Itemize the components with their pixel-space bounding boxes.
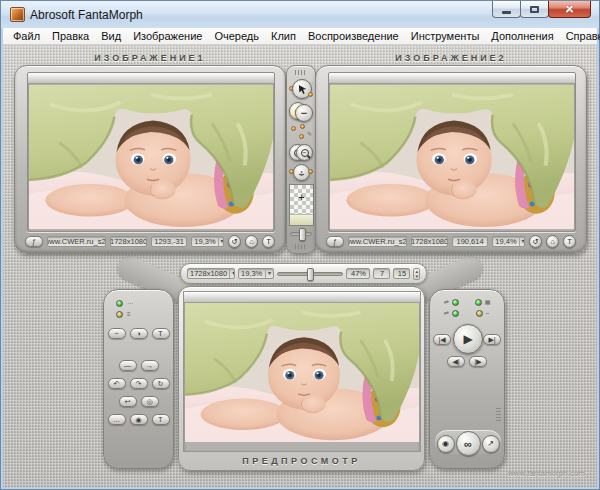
delete-point-button[interactable]: − xyxy=(295,104,313,122)
spin-down-icon[interactable]: ▾ xyxy=(415,274,418,279)
title-bar[interactable]: Abrosoft FantaMorph xyxy=(1,1,599,28)
tool-slider[interactable] xyxy=(290,232,312,236)
morph-slider-thumb[interactable] xyxy=(307,268,314,281)
image1-zoom-select[interactable]: 19,3% ▾ xyxy=(191,236,224,247)
image2-text-button[interactable]: T xyxy=(563,235,576,248)
grip-handle[interactable] xyxy=(295,70,307,75)
step-back-button[interactable]: ◀| xyxy=(447,356,465,367)
menu-sequence[interactable]: Очередь xyxy=(208,29,265,43)
first-frame-button[interactable]: |◀ xyxy=(433,334,451,345)
app-icon xyxy=(10,7,25,22)
olive-led xyxy=(116,311,123,318)
current-frame-field: 7 xyxy=(373,268,390,279)
grip-handle[interactable] xyxy=(496,408,501,421)
menu-clip[interactable]: Клип xyxy=(265,29,302,43)
rotate-left-button[interactable]: ↶ xyxy=(108,378,126,389)
dots-icon: ⋯ xyxy=(127,300,133,307)
line-tool-button[interactable]: — xyxy=(119,360,137,371)
line-tools-row: — → xyxy=(104,360,173,371)
preview-resolution-select[interactable]: 1728x1080 ▾ xyxy=(187,268,235,279)
green-led xyxy=(452,310,459,317)
label-button[interactable]: T xyxy=(152,414,170,425)
image1-title: ИЗОБРАЖЕНИЕ1 xyxy=(14,53,286,63)
loop-led: ⇄ xyxy=(436,299,467,306)
flip-button[interactable]: ↩ xyxy=(119,396,137,407)
curve-tool-button[interactable]: ~ xyxy=(108,328,126,339)
text-tool-button[interactable]: T xyxy=(152,328,170,339)
options-button[interactable]: … xyxy=(108,414,126,425)
edit-tools-row: ~ ◑ T xyxy=(104,328,173,339)
menu-edit[interactable]: Правка xyxy=(46,29,95,43)
cursor-icon xyxy=(297,84,308,95)
image2-statusbar: ƒ www.CWER.ru_s2.j 1728x1080 190,614 19,… xyxy=(326,234,576,248)
navigator-thumbnail[interactable]: + xyxy=(289,184,314,226)
curve-led: ~ xyxy=(467,310,498,317)
loop-icon: ⇄ xyxy=(444,310,449,317)
menu-playback[interactable]: Воспроизведение xyxy=(302,29,405,43)
morph-slider[interactable] xyxy=(277,272,343,276)
menu-file[interactable]: Файл xyxy=(7,29,46,43)
preview-resolution-value: 1728x1080 xyxy=(190,269,227,278)
image1-file-button[interactable]: ƒ xyxy=(25,236,43,247)
frame-count-spinner[interactable]: ▴ ▾ xyxy=(413,268,420,280)
green-led xyxy=(116,300,123,307)
image1-photo xyxy=(29,85,273,229)
menu-help[interactable]: Справка xyxy=(560,29,600,43)
window-controls xyxy=(493,1,591,18)
image2-photo xyxy=(330,85,574,229)
image2-canvas[interactable] xyxy=(328,72,576,232)
preview-zoom-select[interactable]: 19,3% ▾ xyxy=(238,268,274,279)
image1-undo-button[interactable]: ↺ xyxy=(228,235,241,248)
dropdown-icon: ▾ xyxy=(265,269,271,278)
play-button[interactable]: ▶ xyxy=(453,324,483,354)
crosshair-icon: + xyxy=(290,191,313,203)
image1-filename: www.CWER.ru_s2.j xyxy=(47,236,106,247)
mask-tool-button[interactable]: ◑ xyxy=(130,328,148,339)
menu-tools[interactable]: Инструменты xyxy=(405,29,486,43)
camera-button[interactable]: ◉ xyxy=(437,435,455,453)
frame-count-field[interactable]: 15 xyxy=(393,268,410,279)
last-frame-button[interactable]: ▶| xyxy=(483,334,501,345)
panel-shine xyxy=(329,73,575,84)
loop-led: ⇄ xyxy=(436,310,467,317)
image1-canvas[interactable] xyxy=(27,72,275,232)
image2-undo-button[interactable]: ↺ xyxy=(529,235,542,248)
preview-title: ПРЕДПРОСМОТР xyxy=(179,456,424,466)
close-button[interactable] xyxy=(548,1,591,18)
led-row: ⋯ xyxy=(116,300,133,307)
menu-view[interactable]: Вид xyxy=(95,29,127,43)
refresh-button[interactable]: ↻ xyxy=(152,378,170,389)
image1-fit-button[interactable]: ⌂ xyxy=(245,235,258,248)
indicator-dot xyxy=(300,124,305,129)
minimize-button[interactable] xyxy=(492,1,521,18)
image1-text-button[interactable]: T xyxy=(262,235,275,248)
curve-icon: ~ xyxy=(486,310,490,317)
panel-shine xyxy=(184,292,420,303)
zoom-out-button[interactable]: − xyxy=(296,144,313,161)
indicator-dot xyxy=(308,169,313,174)
menu-addons[interactable]: Дополнения xyxy=(485,29,559,43)
arrow-right-button[interactable]: → xyxy=(141,360,159,371)
target-button[interactable]: ◎ xyxy=(141,396,159,407)
image2-fit-button[interactable]: ⌂ xyxy=(546,235,559,248)
menu-image[interactable]: Изображение xyxy=(127,29,208,43)
rotate-right-button[interactable]: ↷ xyxy=(130,378,148,389)
image2-zoom-value: 19,4% xyxy=(495,237,516,246)
slider-thumb[interactable] xyxy=(299,228,306,241)
zoom-out-icon: − xyxy=(301,149,309,157)
image2-file-button[interactable]: ƒ xyxy=(326,236,344,247)
export-button[interactable]: ↗ xyxy=(482,435,500,453)
image1-panel: ƒ www.CWER.ru_s2.j 1728x1080 1293,-31 19… xyxy=(14,65,286,254)
image1-zoom-value: 19,3% xyxy=(194,237,215,246)
playback-led-grid: ⇄ ▦ ⇄ ~ xyxy=(436,299,498,317)
indicator-dot xyxy=(308,92,313,97)
indicator-dot xyxy=(289,169,294,174)
record-button[interactable]: ◉ xyxy=(130,414,148,425)
step-forward-button[interactable]: |▶ xyxy=(469,356,487,367)
maximize-button[interactable] xyxy=(520,1,549,18)
grip-handle[interactable] xyxy=(295,244,307,249)
image2-zoom-select[interactable]: 19,4% ▾ xyxy=(492,236,525,247)
movie-export-button[interactable]: ∞ xyxy=(456,431,481,456)
website-label: www.fantamorph.com xyxy=(508,469,585,478)
preview-canvas[interactable] xyxy=(183,291,421,452)
